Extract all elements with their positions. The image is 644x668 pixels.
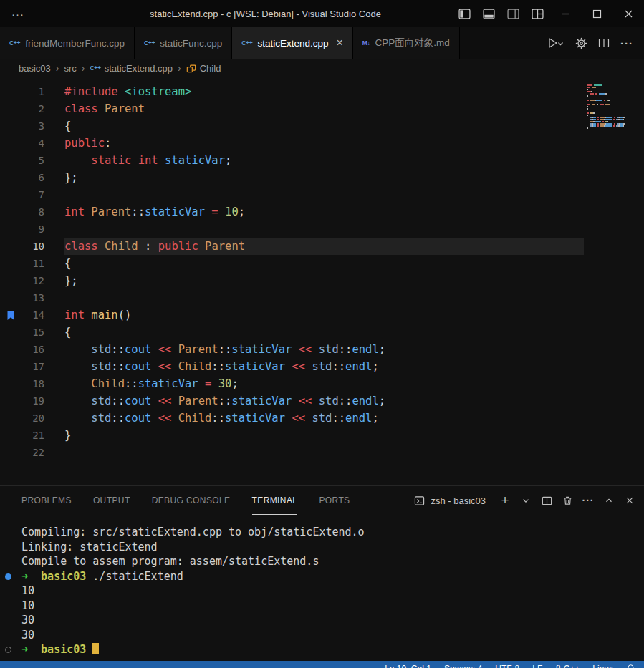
code-line[interactable]: 16 std::cout << Parent::staticVar << std… [0, 341, 584, 358]
terminal-line: Compile to assem program: assem/staticEx… [0, 554, 644, 569]
status-item[interactable]: Spaces: 4 [444, 664, 482, 668]
code-line[interactable]: 19 std::cout << Parent::staticVar << std… [0, 392, 584, 410]
cpp-file-icon: C++ [144, 39, 155, 47]
terminal-picker[interactable]: zsh - basic03 [414, 495, 486, 506]
minimap-line [587, 112, 643, 114]
command-decoration-dot[interactable] [5, 573, 11, 580]
breadcrumb-item[interactable]: src [64, 63, 76, 74]
editor-actions: ··· [537, 27, 644, 59]
close-button[interactable] [612, 0, 644, 27]
split-editor-icon[interactable] [598, 37, 610, 49]
code-text [64, 221, 584, 238]
tab-friendMemberFunc.cpp[interactable]: C++friendMemberFunc.cpp [0, 27, 135, 59]
editor[interactable]: 1#include <iostream>2class Parent3{4publ… [0, 77, 644, 485]
line-number: 8 [21, 203, 44, 221]
code-line[interactable]: 4public: [0, 135, 584, 152]
minimap[interactable] [584, 83, 644, 485]
kill-terminal-trash-icon[interactable] [559, 492, 576, 509]
panel-header: PROBLEMSOUTPUTDEBUG CONSOLETERMINALPORTS… [0, 486, 644, 515]
notifications-bell-icon[interactable] [626, 664, 635, 668]
code-line[interactable]: 9 [0, 221, 584, 238]
breadcrumb-label: Child [200, 63, 221, 74]
code-text: { [64, 324, 584, 341]
terminal-dropdown-chevron[interactable] [517, 492, 534, 509]
code-line[interactable]: 17 std::cout << Child::staticVar << std:… [0, 358, 584, 375]
code-line[interactable]: 22 [0, 444, 584, 461]
panel-tab-ports[interactable]: PORTS [319, 486, 350, 515]
layout-sidebar-right-icon[interactable] [501, 1, 525, 26]
minimap-line [587, 121, 643, 122]
tab-staticExtend.cpp[interactable]: C++staticExtend.cpp× [232, 27, 353, 59]
split-terminal-icon[interactable] [538, 492, 555, 509]
menu-ellipsis-icon[interactable]: ··· [11, 8, 24, 20]
code-line[interactable]: 5 static int staticVar; [0, 152, 584, 169]
code-line[interactable]: 2class Parent [0, 100, 584, 117]
run-code-button[interactable] [547, 37, 564, 49]
code-line[interactable]: 13 [0, 289, 584, 306]
line-number: 18 [21, 375, 44, 392]
code-line[interactable]: 3{ [0, 117, 584, 135]
command-decoration-circle[interactable] [5, 647, 11, 653]
status-bar: Ln 10, Col 1Spaces: 4UTF-8LF{} C++Linux [0, 661, 644, 668]
panel-tab-output[interactable]: OUTPUT [93, 486, 130, 515]
line-number: 10 [21, 238, 44, 255]
terminal-icon [414, 495, 425, 506]
minimap-line [587, 125, 643, 127]
maximize-panel-icon[interactable] [600, 492, 617, 509]
minimap-line [587, 106, 643, 107]
status-item[interactable]: LF [532, 664, 542, 668]
code-line[interactable]: 21} [0, 427, 584, 444]
line-number: 11 [21, 255, 44, 272]
chevron-right-icon: › [178, 62, 181, 74]
minimap-line [587, 93, 643, 95]
panel-tab-debug-console[interactable]: DEBUG CONSOLE [152, 486, 231, 515]
code-text: std::cout << Parent::staticVar << std::e… [64, 341, 584, 358]
code-line[interactable]: 11{ [0, 255, 584, 272]
tab-close-icon[interactable]: × [336, 37, 342, 49]
code-line[interactable]: 20 std::cout << Child::staticVar << std:… [0, 410, 584, 427]
code-line[interactable]: 12}; [0, 272, 584, 289]
line-number: 9 [21, 221, 44, 238]
layout-panel-icon[interactable] [476, 1, 501, 26]
maximize-button[interactable] [581, 0, 612, 27]
line-number: 12 [21, 272, 44, 289]
code-line[interactable]: 6}; [0, 169, 584, 186]
status-item[interactable]: UTF-8 [495, 664, 519, 668]
code-text [64, 186, 584, 203]
status-item[interactable]: Ln 10, Col 1 [385, 664, 431, 668]
breadcrumb-item[interactable]: basic03 [19, 63, 51, 74]
code-text: class Child : public Parent [64, 238, 584, 255]
breadcrumb-item[interactable]: Child [186, 63, 221, 74]
code-line[interactable]: 10class Child : public Parent [0, 238, 584, 255]
minimize-button[interactable] [549, 0, 581, 27]
breadcrumb-item[interactable]: C++staticExtend.cpp [90, 63, 173, 74]
status-item[interactable]: {} C++ [555, 664, 580, 668]
code-line[interactable]: 15{ [0, 324, 584, 341]
panel-more-actions-icon[interactable]: ··· [580, 492, 597, 509]
layout-customize-icon[interactable] [525, 1, 549, 26]
tab-CPP面向对象.md[interactable]: M↓CPP面向对象.md [353, 27, 460, 59]
panel-tab-problems[interactable]: PROBLEMS [21, 486, 72, 515]
line-number: 5 [21, 152, 44, 169]
code-line[interactable]: 18 Child::staticVar = 30; [0, 375, 584, 392]
code-text: #include <iostream> [64, 83, 584, 100]
code-line[interactable]: 14int main() [0, 306, 584, 324]
code-text [64, 444, 584, 461]
code-line[interactable]: 1#include <iostream> [0, 83, 584, 100]
code-text: { [64, 255, 584, 272]
new-terminal-button[interactable]: + [496, 492, 514, 509]
minimap-line [587, 127, 643, 129]
layout-sidebar-left-icon[interactable] [452, 1, 476, 26]
panel-actions: zsh - basic03 + ··· [414, 492, 638, 509]
tab-label: CPP面向对象.md [375, 37, 450, 49]
tab-staticFunc.cpp[interactable]: C++staticFunc.cpp [135, 27, 232, 59]
status-item[interactable]: Linux [592, 664, 613, 668]
editor-more-actions-icon[interactable]: ··· [620, 37, 633, 49]
settings-gear-icon[interactable] [575, 37, 587, 49]
terminal-body[interactable]: Compiling: src/staticExtend.cpp to obj/s… [0, 515, 644, 661]
code-line[interactable]: 8int Parent::staticVar = 10; [0, 203, 584, 221]
panel-tab-terminal[interactable]: TERMINAL [252, 486, 298, 515]
close-panel-icon[interactable] [621, 492, 638, 509]
line-number: 13 [21, 289, 44, 306]
code-line[interactable]: 7 [0, 186, 584, 203]
